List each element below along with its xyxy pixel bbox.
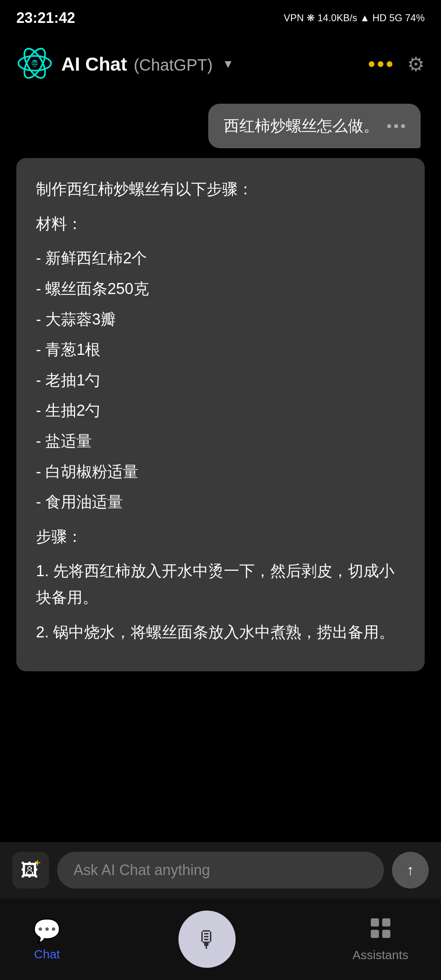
step-item: 2. 锅中烧水，将螺丝面条放入水中煮熟，捞出备用。 xyxy=(36,619,405,646)
dropdown-chevron[interactable]: ▼ xyxy=(223,58,234,71)
material-item: 老抽1勺 xyxy=(36,367,405,394)
user-message-text: 西红柿炒螺丝怎么做。 xyxy=(224,115,379,137)
assistants-nav-label: Assistants xyxy=(352,948,408,962)
material-item: 生抽2勺 xyxy=(36,397,405,424)
svg-rect-8 xyxy=(382,918,390,927)
material-item: 新鲜西红柿2个 xyxy=(36,245,405,272)
header-title-group: AI Chat (ChatGPT) ▼ xyxy=(61,53,361,75)
materials-list: 新鲜西红柿2个螺丝面条250克大蒜蓉3瓣青葱1根老抽1勺生抽2勺盐适量白胡椒粉适… xyxy=(36,245,405,515)
material-item: 食用油适量 xyxy=(36,489,405,515)
bottom-nav: 💬 Chat 🎙 Assistants xyxy=(0,898,441,980)
materials-label: 材料： xyxy=(36,211,405,237)
ai-response-text: 制作西红柿炒螺丝有以下步骤： 材料： 新鲜西红柿2个螺丝面条250克大蒜蓉3瓣青… xyxy=(36,176,405,645)
mic-button[interactable]: 🎙 xyxy=(178,911,236,968)
image-add-button[interactable]: 🖼 + xyxy=(12,852,49,889)
ai-message: 制作西红柿炒螺丝有以下步骤： 材料： 新鲜西红柿2个螺丝面条250克大蒜蓉3瓣青… xyxy=(16,158,425,671)
app-title: AI Chat (ChatGPT) xyxy=(61,53,213,75)
svg-rect-7 xyxy=(371,918,379,927)
steps-list: 1. 先将西红柿放入开水中烫一下，然后剥皮，切成小块备用。2. 锅中烧水，将螺丝… xyxy=(36,558,405,645)
svg-rect-10 xyxy=(382,930,390,938)
add-icon: + xyxy=(34,856,41,869)
more-menu-button[interactable] xyxy=(369,61,392,67)
chat-nav-icon: 💬 xyxy=(33,917,61,944)
app-header: AI Chat (ChatGPT) ▼ ⚙ xyxy=(0,33,441,96)
chat-nav-label: Chat xyxy=(34,947,60,961)
chat-input[interactable]: Ask AI Chat anything xyxy=(57,852,384,889)
ai-intro: 制作西红柿炒螺丝有以下步骤： xyxy=(36,176,405,203)
status-time: 23:21:42 xyxy=(16,9,75,27)
send-button[interactable]: ↑ xyxy=(392,852,429,889)
assistants-nav-icon xyxy=(369,917,392,945)
header-actions: ⚙ xyxy=(369,53,425,76)
step-item: 1. 先将西红柿放入开水中烫一下，然后剥皮，切成小块备用。 xyxy=(36,558,405,610)
app-logo xyxy=(16,45,53,83)
nav-assistants[interactable]: Assistants xyxy=(352,917,408,962)
message-options[interactable] xyxy=(387,124,405,128)
send-icon: ↑ xyxy=(407,862,414,879)
material-item: 白胡椒粉适量 xyxy=(36,459,405,485)
settings-button[interactable]: ⚙ xyxy=(407,53,425,76)
material-item: 螺丝面条250克 xyxy=(36,276,405,302)
chat-area: 西红柿炒螺丝怎么做。 制作西红柿炒螺丝有以下步骤： 材料： 新鲜西红柿2个螺丝面… xyxy=(0,96,441,679)
status-bar: 23:21:42 VPN ❋ 14.0KB/s ▲ HD 5G 74% xyxy=(0,0,441,33)
input-placeholder: Ask AI Chat anything xyxy=(74,862,210,879)
status-icons: VPN ❋ 14.0KB/s ▲ HD 5G 74% xyxy=(284,12,425,24)
svg-rect-9 xyxy=(371,930,379,938)
material-item: 盐适量 xyxy=(36,428,405,454)
nav-chat[interactable]: 💬 Chat xyxy=(33,917,61,961)
mic-icon: 🎙 xyxy=(196,926,218,953)
input-area: 🖼 + Ask AI Chat anything ↑ xyxy=(0,842,441,898)
material-item: 大蒜蓉3瓣 xyxy=(36,306,405,333)
steps-label: 步骤： xyxy=(36,523,405,550)
status-icons-text: VPN ❋ 14.0KB/s ▲ HD 5G 74% xyxy=(284,12,425,24)
material-item: 青葱1根 xyxy=(36,336,405,363)
user-message: 西红柿炒螺丝怎么做。 xyxy=(208,104,421,148)
